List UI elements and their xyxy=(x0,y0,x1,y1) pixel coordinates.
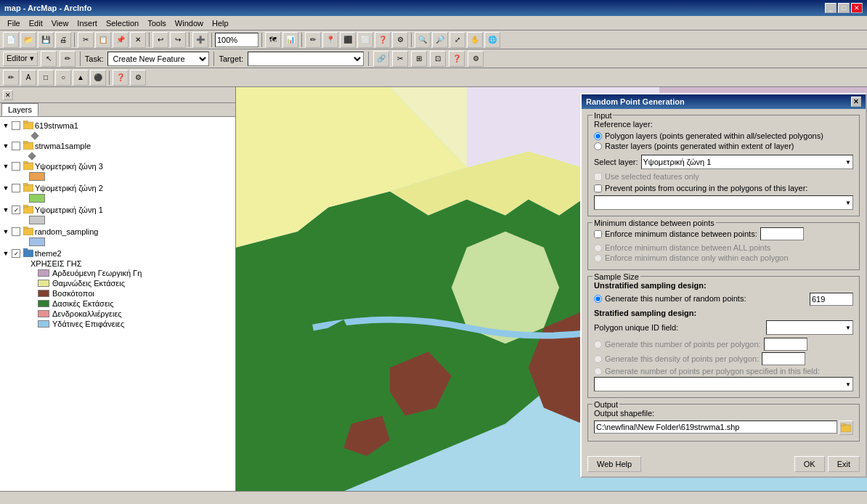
close-button[interactable]: ✕ xyxy=(851,3,863,13)
web-help-btn[interactable]: Web Help xyxy=(587,456,641,472)
map-area[interactable]: Random Point Generation ✕ Input Referenc… xyxy=(236,87,867,504)
edit-btn3[interactable]: ⊞ xyxy=(411,51,427,67)
edit-btn6[interactable]: ⚙ xyxy=(468,51,484,67)
radio-per-polygon[interactable]: Generate this number of points per polyg… xyxy=(594,338,853,351)
layer-item-zone3[interactable]: ▼ Υψομετρική ζώνη 3 xyxy=(0,160,235,172)
tool-btn6[interactable]: ⚙ xyxy=(392,32,408,48)
menu-file[interactable]: File xyxy=(3,17,25,29)
layer-item-strwma1sample[interactable]: ▼ strwma1sample xyxy=(0,140,235,152)
tool-btn3[interactable]: ⬛ xyxy=(340,32,356,48)
task-select[interactable]: Create New Feature xyxy=(107,52,209,66)
tool-btn2[interactable]: 📍 xyxy=(322,32,338,48)
select-layer-combo[interactable]: Υψομετρική ζώνη 1 ▼ xyxy=(641,155,853,169)
print-btn[interactable]: 🖨 xyxy=(55,32,71,48)
checkbox-zone3[interactable] xyxy=(12,162,20,171)
cut-btn[interactable]: ✂ xyxy=(78,32,94,48)
field-combo[interactable]: ▼ xyxy=(594,377,853,391)
shapefile-path-input[interactable] xyxy=(594,420,837,434)
expand-random[interactable]: ▼ xyxy=(1,227,10,236)
draw-btn6[interactable]: ⚫ xyxy=(90,70,106,86)
expand-zone2[interactable]: ▼ xyxy=(1,184,10,192)
tool-btn5[interactable]: ❓ xyxy=(375,32,391,48)
pan-btn[interactable]: ✋ xyxy=(467,32,483,48)
pointer-btn[interactable]: ↖ xyxy=(41,51,57,67)
tool-btn4[interactable]: ⬜ xyxy=(357,32,373,48)
toc-tab-layers[interactable]: Layers xyxy=(1,103,38,116)
checkbox-619[interactable] xyxy=(12,121,20,130)
radio-enforce-each-input[interactable] xyxy=(594,254,602,262)
add-data-btn[interactable]: ➕ xyxy=(192,32,208,48)
edit-btn1[interactable]: 🔗 xyxy=(373,51,389,67)
radio-enforce-all[interactable]: Enforce minimum distance between ALL poi… xyxy=(594,243,853,252)
radio-field[interactable]: Generate number of points per polygon sp… xyxy=(594,367,853,375)
draw-btn7[interactable]: ❓ xyxy=(113,70,129,86)
map-btn1[interactable]: 🗺 xyxy=(265,32,281,48)
polygon-id-combo[interactable]: ▼ xyxy=(766,320,853,335)
layer-item-theme2[interactable]: ▼ theme2 xyxy=(0,248,235,259)
draw-btn4[interactable]: ○ xyxy=(55,70,71,86)
layer-item-random[interactable]: ▼ random_sampling xyxy=(0,226,235,237)
zoom-out-btn[interactable]: 🔎 xyxy=(432,32,448,48)
layer-item-619strwma1[interactable]: ▼ 619strwma1 xyxy=(0,120,235,131)
expand-619[interactable]: ▼ xyxy=(1,121,10,130)
edit-btn5[interactable]: ❓ xyxy=(449,51,465,67)
radio-raster[interactable]: Raster layers (points generated within e… xyxy=(594,142,853,150)
checkbox-strwma[interactable] xyxy=(12,142,20,150)
generate-number-input[interactable]: 619 xyxy=(810,293,853,306)
zoom-input[interactable]: 100% xyxy=(215,33,259,47)
menu-window[interactable]: Window xyxy=(171,17,208,29)
radio-field-input[interactable] xyxy=(594,367,602,375)
paste-btn[interactable]: 📌 xyxy=(113,32,129,48)
expand-strwma[interactable]: ▼ xyxy=(1,142,10,150)
zoom-in-btn[interactable]: 🔍 xyxy=(415,32,431,48)
zoom-full-btn[interactable]: ⤢ xyxy=(449,32,465,48)
tool-btn1[interactable]: ✏ xyxy=(305,32,321,48)
expand-zone3[interactable]: ▼ xyxy=(1,162,10,171)
menu-selection[interactable]: Selection xyxy=(102,17,143,29)
map-btn2[interactable]: 📊 xyxy=(282,32,298,48)
expand-zone1[interactable]: ▼ xyxy=(1,206,10,214)
checkbox-zone1[interactable] xyxy=(12,206,20,214)
radio-enforce-each[interactable]: Enforce minimum distance only within eac… xyxy=(594,253,853,262)
layer-item-zone2[interactable]: ▼ Υψομετρική ζώνη 2 xyxy=(0,182,235,194)
radio-raster-input[interactable] xyxy=(594,142,602,150)
menu-view[interactable]: View xyxy=(47,17,73,29)
draw-btn2[interactable]: A xyxy=(20,70,36,86)
prevent-layer-combo[interactable]: ▼ xyxy=(594,195,853,210)
maximize-button[interactable]: □ xyxy=(838,3,850,13)
target-select[interactable] xyxy=(248,52,364,66)
per-polygon-input[interactable] xyxy=(764,338,807,351)
editor-dropdown-btn[interactable]: Editor ▾ xyxy=(3,52,38,66)
save-btn[interactable]: 💾 xyxy=(38,32,54,48)
draw-btn1[interactable]: ✏ xyxy=(3,70,19,86)
globe-btn[interactable]: 🌐 xyxy=(484,32,500,48)
redo-btn[interactable]: ↪ xyxy=(170,32,186,48)
enforce-min-checkbox[interactable] xyxy=(594,230,602,238)
open-btn[interactable]: 📂 xyxy=(20,32,36,48)
radio-polygon-input[interactable] xyxy=(594,132,602,140)
draw-btn8[interactable]: ⚙ xyxy=(130,70,146,86)
edit-tool-btn[interactable]: ✏ xyxy=(60,51,76,67)
prevent-points-checkbox[interactable] xyxy=(594,184,602,192)
radio-enforce-all-input[interactable] xyxy=(594,244,602,252)
checkbox-zone2[interactable] xyxy=(12,184,20,192)
checkbox-random[interactable] xyxy=(12,227,20,236)
undo-btn[interactable]: ↩ xyxy=(152,32,168,48)
radio-gen-num-input[interactable] xyxy=(594,295,602,303)
layer-item-zone1[interactable]: ▼ Υψομετρική ζώνη 1 xyxy=(0,204,235,216)
edit-btn2[interactable]: ✂ xyxy=(392,51,408,67)
shapefile-browse-btn[interactable] xyxy=(839,420,853,435)
menu-tools[interactable]: Tools xyxy=(143,17,171,29)
radio-per-polygon-input[interactable] xyxy=(594,341,602,349)
radio-density-input[interactable] xyxy=(594,355,602,363)
menu-insert[interactable]: Insert xyxy=(73,17,102,29)
edit-btn4[interactable]: ⊡ xyxy=(430,51,446,67)
menu-help[interactable]: Help xyxy=(208,17,233,29)
exit-btn[interactable]: Exit xyxy=(828,456,860,472)
checkbox-theme2[interactable] xyxy=(12,249,20,258)
menu-edit[interactable]: Edit xyxy=(25,17,47,29)
minimize-button[interactable]: _ xyxy=(825,3,837,13)
density-input[interactable] xyxy=(762,352,805,365)
ok-btn[interactable]: OK xyxy=(794,456,825,472)
draw-btn3[interactable]: □ xyxy=(38,70,54,86)
